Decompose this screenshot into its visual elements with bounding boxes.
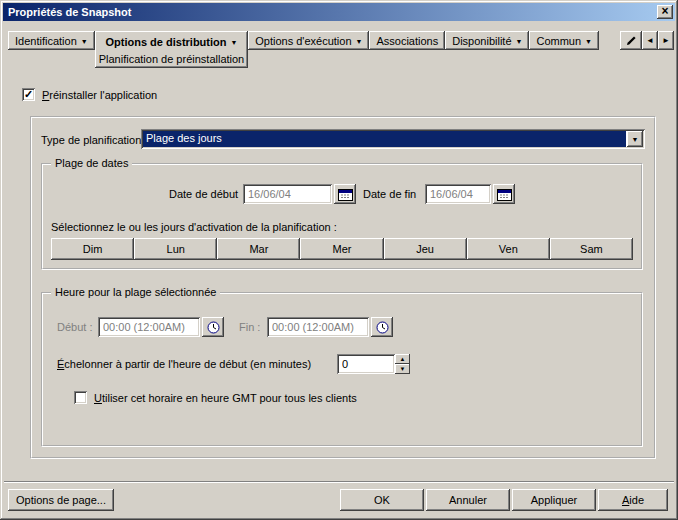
gmt-label: Utiliser cet horaire en heure GMT pour t…: [94, 392, 357, 404]
end-date-calendar-button[interactable]: [493, 184, 515, 204]
scroll-tabs-left-button[interactable]: ◄: [642, 31, 658, 50]
combo-dropdown-button[interactable]: ▼: [627, 131, 643, 147]
end-date-input[interactable]: [425, 184, 491, 204]
calendar-icon: [497, 188, 512, 201]
preinstall-checkbox[interactable]: ✓: [22, 88, 35, 101]
stagger-minutes-input[interactable]: [337, 354, 395, 374]
cancel-button[interactable]: Annuler: [426, 489, 510, 511]
spin-up-button[interactable]: ▲: [395, 354, 410, 364]
time-range-group: Heure pour la plage sélectionnée Début :…: [41, 292, 643, 447]
start-date-calendar-button[interactable]: [334, 184, 356, 204]
end-time-input[interactable]: [267, 317, 369, 337]
help-button[interactable]: Aide: [598, 489, 668, 511]
gmt-checkbox[interactable]: [74, 391, 87, 404]
date-range-group-title: Plage de dates: [51, 157, 132, 169]
tab-options-de-distribution[interactable]: Options de distribution ▼ Planification …: [95, 31, 249, 68]
gmt-checkbox-row[interactable]: Utiliser cet horaire en heure GMT pour t…: [74, 391, 357, 404]
dialog-proprietes-snapshot: Propriétés de Snapshot × Identification …: [0, 0, 678, 520]
schedule-type-label: Type de planification :: [41, 134, 147, 146]
apply-button[interactable]: Appliquer: [512, 489, 596, 511]
clock-icon: [207, 321, 220, 334]
check-icon: ✓: [24, 89, 33, 100]
clock-icon: [376, 321, 389, 334]
title-bar[interactable]: Propriétés de Snapshot ×: [3, 3, 675, 21]
tab-label: Disponibilité: [452, 35, 511, 47]
stagger-spinner: ▲ ▼: [395, 354, 410, 374]
start-date-label: Date de début: [169, 188, 238, 200]
close-button[interactable]: ×: [657, 5, 673, 19]
schedule-type-combobox[interactable]: Plage des jours ▼: [141, 129, 645, 149]
start-time-input[interactable]: [98, 317, 200, 337]
scroll-tabs-right-button[interactable]: ►: [658, 31, 674, 50]
tab-label: Associations: [376, 35, 438, 47]
days-select-label: Sélectionnez le ou les jours d'activatio…: [51, 221, 337, 233]
preinstall-checkbox-row[interactable]: ✓ Préinstaller l'application: [22, 88, 157, 101]
date-range-group: Plage de dates Date de début Date de fin: [41, 163, 643, 270]
tab-options-d-execution[interactable]: Options d'exécution ▼: [248, 31, 369, 50]
button-bar-separator: [4, 481, 674, 483]
chevron-down-icon: ▼: [81, 36, 88, 45]
tab-label-row: Options de distribution ▼: [95, 32, 249, 51]
tab-label: Options d'exécution: [255, 35, 351, 47]
tab-label: Commun: [536, 35, 581, 47]
arrow-up-icon: ▲: [400, 356, 406, 362]
ok-button[interactable]: OK: [340, 489, 424, 511]
weekday-jeu[interactable]: Jeu: [384, 238, 467, 260]
calendar-icon: [338, 188, 353, 201]
start-time-clock-button[interactable]: [202, 317, 224, 337]
pencil-icon: [626, 35, 637, 46]
tab-tools-button[interactable]: [620, 31, 642, 50]
tab-disponibilite[interactable]: Disponibilité ▼: [445, 31, 529, 50]
chevron-down-icon: ▼: [516, 36, 523, 45]
chevron-down-icon: ▼: [585, 36, 592, 45]
weekday-mar[interactable]: Mar: [217, 238, 300, 260]
page-options-button[interactable]: Options de page...: [8, 489, 114, 511]
subtab-planification-de-preinstallation[interactable]: Planification de préinstallation: [95, 51, 249, 67]
chevron-down-icon: ▼: [356, 36, 363, 45]
weekday-selector: Dim Lun Mar Mer Jeu Ven Sam: [51, 238, 633, 260]
tab-identification[interactable]: Identification ▼: [8, 31, 95, 50]
start-time-label: Début :: [57, 321, 92, 333]
arrow-down-icon: ▼: [400, 366, 406, 372]
weekday-mer[interactable]: Mer: [300, 238, 383, 260]
end-date-label: Date de fin: [363, 188, 416, 200]
weekday-lun[interactable]: Lun: [134, 238, 217, 260]
tab-scroll-cluster: ◄ ►: [620, 31, 674, 50]
tab-label: Options de distribution: [106, 36, 227, 48]
chevron-down-icon: ▼: [231, 37, 238, 46]
tab-associations[interactable]: Associations: [369, 31, 445, 50]
arrow-left-icon: ◄: [646, 36, 654, 45]
end-time-label: Fin :: [239, 321, 260, 333]
stagger-label: Échelonner à partir de l'heure de début …: [57, 358, 311, 370]
tab-commun[interactable]: Commun ▼: [529, 31, 599, 50]
end-time-clock-button[interactable]: [371, 317, 393, 337]
close-icon: ×: [661, 5, 668, 17]
window-title: Propriétés de Snapshot: [8, 6, 131, 18]
preinstall-label: Préinstaller l'application: [42, 89, 157, 101]
tab-bar: Identification ▼ Options de distribution…: [8, 31, 674, 68]
weekday-sam[interactable]: Sam: [550, 238, 633, 260]
tab-label: Identification: [15, 35, 77, 47]
spin-down-button[interactable]: ▼: [395, 364, 410, 374]
schedule-panel: Type de planification : Plage des jours …: [30, 116, 656, 459]
arrow-right-icon: ►: [662, 36, 670, 45]
weekday-ven[interactable]: Ven: [467, 238, 550, 260]
start-date-input[interactable]: [243, 184, 332, 204]
schedule-type-selected-value: Plage des jours: [143, 131, 626, 147]
time-range-group-title: Heure pour la plage sélectionnée: [51, 286, 220, 298]
weekday-dim[interactable]: Dim: [51, 238, 134, 260]
chevron-down-icon: ▼: [632, 136, 639, 143]
